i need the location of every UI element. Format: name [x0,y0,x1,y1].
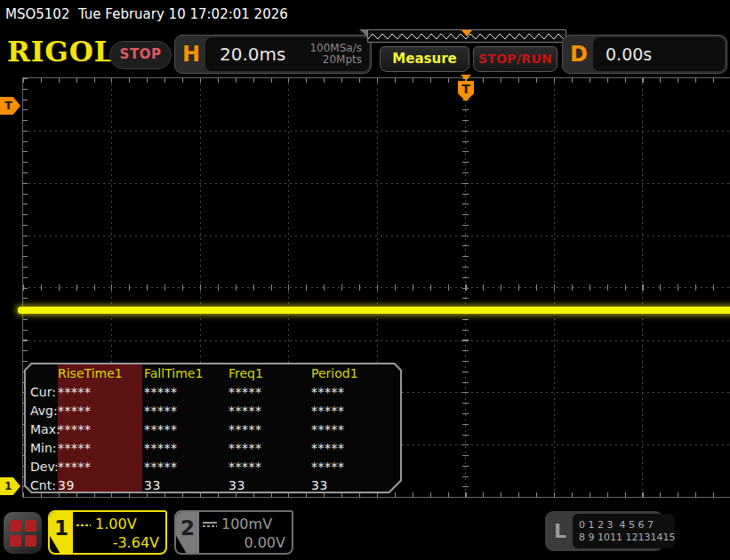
channel1-status-widget[interactable]: 1 1.00V -3.64V [48,510,167,555]
gridline-h [23,131,730,132]
measure-value: ***** [144,420,229,439]
logic-channels-row1: 0 1 2 3 4 5 6 7 [579,519,675,532]
graticule-ticks-top [23,78,730,83]
row-label: Cnt: [26,476,58,495]
column-header[interactable]: FallTime1 [144,364,229,383]
corner-cell [26,364,58,383]
memory-depth: 20Mpts [323,53,362,66]
grid-icon [10,535,21,547]
trigger-position-marker[interactable]: T [458,81,474,101]
h-label: H [177,42,205,67]
dc-coupling-icon [203,522,217,527]
grid-icon [25,520,36,532]
measure-value: ***** [58,420,144,439]
center-axis-horizontal [23,284,730,291]
channel1-scale: 1.00V [95,516,137,532]
trigger-delay-panel[interactable]: D 0.00s [562,35,727,74]
row-label: Avg: [26,402,58,420]
row-label: Dev: [26,458,58,476]
window-position-marker-icon[interactable] [461,30,472,36]
measure-value: ***** [58,383,144,402]
channel1-offset: -3.64V [76,534,159,551]
row-label: Min: [26,439,58,458]
measure-value: ***** [311,402,400,420]
dc-coupling-icon [76,523,91,526]
measure-value: ***** [229,458,311,476]
gridline-h [23,236,730,236]
gridline-h [23,183,730,184]
trigger-level-marker[interactable]: T [0,97,20,115]
measure-value: ***** [311,420,400,439]
gridline-h [23,340,730,341]
measure-value: ***** [58,439,144,458]
measure-value: ***** [229,383,311,402]
channel1-scale-line: 1.00V [76,516,159,532]
channel1-offset-marker[interactable]: 1 [0,477,20,495]
horizontal-timebase-panel[interactable]: H 20.0ms 100MSa/s 20Mpts [174,35,372,74]
logic-label: L [548,520,573,542]
timebase-body: 20.0ms 100MSa/s 20Mpts [205,37,369,71]
column-header[interactable]: Period1 [311,364,400,383]
measure-button[interactable]: Measure [380,46,469,72]
measure-value: ***** [229,402,311,420]
measure-value: ***** [144,402,229,420]
row-label: Max: [26,420,58,439]
model-and-datetime: MSO5102 Tue February 10 17:02:01 2026 [5,0,288,28]
measure-value: ***** [144,383,229,402]
grid-icon [25,535,36,547]
channel2-offset: 0.00V [203,534,285,551]
measure-value: ***** [311,383,400,402]
trigger-position-notch-icon [461,75,471,80]
measure-value: ***** [311,439,400,458]
sample-rate: 100MSa/s [309,42,362,54]
d-label: D [565,42,593,67]
channel1-readout: 1.00V -3.64V [73,512,165,553]
measure-value: ***** [58,402,144,420]
measure-value: 39 [58,476,144,495]
measurement-table-body: RiseTime1 FallTime1 Freq1 Period1 Cur: *… [26,364,400,492]
channel2-readout: 100mV 0.00V [199,512,292,553]
measure-value: 33 [144,476,229,495]
delay-value: 0.00s [593,44,652,64]
channel2-status-widget[interactable]: 2 100mV 0.00V [174,510,293,555]
logic-analyzer-widget[interactable]: L 0 1 2 3 4 5 6 7 8 9 1011 12131415 [545,511,663,551]
column-header[interactable]: Freq1 [229,364,311,383]
measure-value: ***** [144,439,229,458]
timebase-value: 20.0ms [205,44,285,65]
channel2-scale: 100mV [221,516,272,532]
status-bar: MSO5102 Tue February 10 17:02:01 2026 [0,0,730,28]
column-header[interactable]: RiseTime1 [58,364,144,383]
logic-channels-row2: 8 9 1011 12131415 [579,532,675,544]
quick-menu-button[interactable] [4,512,42,554]
delay-body: 0.00s [593,37,725,71]
acquisition-rates: 100MSa/s 20Mpts [309,43,369,66]
measure-value: 33 [311,476,400,495]
measure-value: ***** [144,458,229,476]
channel1-trace [18,307,730,314]
channel2-scale-line: 100mV [203,516,285,532]
measure-value: ***** [311,458,400,476]
measurement-table[interactable]: RiseTime1 FallTime1 Freq1 Period1 Cur: *… [24,363,402,493]
measure-value: ***** [229,439,311,458]
channel2-number: 2 [176,512,199,553]
waveform-position-bar[interactable] [367,29,566,43]
measure-value: 33 [229,476,311,495]
measure-value: ***** [58,458,144,476]
grid-icon [10,520,21,532]
stop-run-button[interactable]: STOP/RUN [473,46,558,72]
center-axis-vertical [462,78,469,497]
row-label: Cur: [26,383,58,402]
run-state-badge: STOP [109,41,172,69]
rigol-logo: RIGOL [7,36,115,68]
logic-channels: 0 1 2 3 4 5 6 7 8 9 1011 12131415 [573,514,675,548]
channel1-number: 1 [50,512,73,553]
measure-value: ***** [229,420,311,439]
measurement-grid: RiseTime1 FallTime1 Freq1 Period1 Cur: *… [26,364,400,495]
